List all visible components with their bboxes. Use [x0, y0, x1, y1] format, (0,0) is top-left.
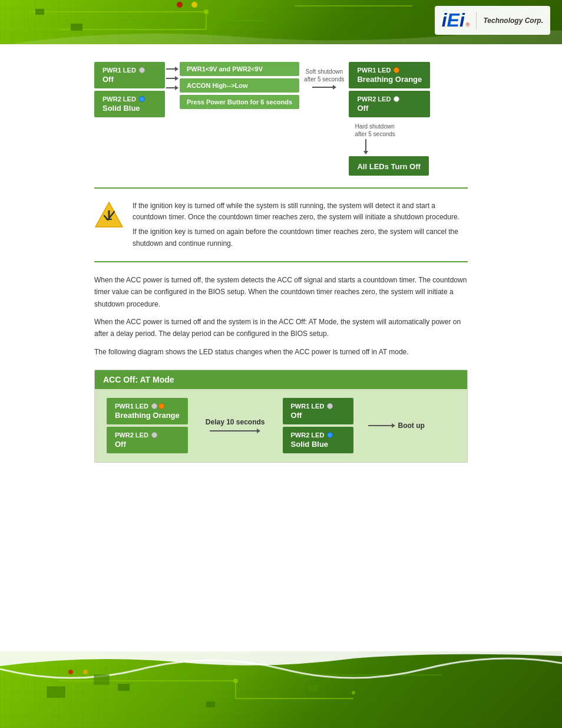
pwr1-dot-left — [139, 67, 145, 73]
svg-point-20 — [352, 691, 355, 694]
svg-rect-17 — [118, 684, 130, 691]
acc-pwr2-left-value: Off — [115, 440, 180, 449]
boot-up-section: Boot up — [368, 421, 425, 430]
svg-rect-23 — [306, 684, 319, 692]
svg-point-3 — [204, 9, 209, 14]
acc-pwr1-dot1 — [151, 403, 157, 409]
logo-technology: Technology Corp. — [483, 17, 543, 25]
acc-left-stack: PWR1 LED Breathing Orange PWR2 LED Off — [107, 398, 188, 453]
body-para1: When the ACC power is turned off, the sy… — [94, 274, 468, 310]
hard-shutdown-line2: after 5 seconds — [355, 131, 395, 137]
warning-section: If the ignition key is turned off while … — [94, 200, 468, 249]
pwr1-value-right: Breathing Orange — [357, 75, 422, 84]
all-leds-label: All LEDs Turn Off — [357, 162, 420, 171]
soft-shutdown-section: Soft shutdown after 5 seconds — [304, 62, 344, 90]
conditions-block: PWR1<9V and PWR2<9V ACCON High-->Low Pre… — [180, 62, 299, 109]
divider-top — [94, 187, 468, 189]
pwr1-value-left: Off — [103, 75, 157, 84]
svg-rect-18 — [206, 701, 215, 707]
delay-label: Delay 10 seconds — [206, 418, 265, 426]
acc-pwr1-left-label: PWR1 LED — [115, 403, 148, 410]
acc-pwr1-left-value: Breathing Orange — [115, 411, 180, 420]
acc-pwr1-dot2 — [158, 403, 164, 409]
acc-pwr1-left: PWR1 LED Breathing Orange — [107, 398, 188, 424]
soft-shutdown-line1: Soft shutdown — [306, 68, 343, 75]
svg-point-16 — [233, 678, 238, 683]
delay-section: Delay 10 seconds — [206, 418, 265, 433]
right-led-stack: PWR1 LED Breathing Orange PWR2 LED Off H — [349, 62, 430, 176]
top-banner: iEi ® Technology Corp. — [0, 0, 562, 44]
warning-text: If the ignition key is turned off while … — [133, 200, 468, 249]
pwr2-label-right: PWR2 LED — [357, 95, 391, 103]
pwr2-dot-right — [394, 96, 399, 102]
acc-pwr2-right-value: Solid Blue — [291, 440, 345, 449]
svg-rect-6 — [35, 9, 44, 15]
acc-right-stack: PWR1 LED Off PWR2 LED Solid Blue — [283, 398, 353, 453]
svg-point-8 — [177, 2, 183, 8]
acc-pwr2-right: PWR2 LED Solid Blue — [283, 427, 353, 453]
warning-para1: If the ignition key is turned off while … — [133, 200, 468, 223]
svg-point-9 — [191, 2, 197, 8]
acc-pwr2-left: PWR2 LED Off — [107, 427, 188, 453]
arrow3 — [166, 85, 178, 90]
pwr1-label-left: PWR1 LED — [103, 67, 136, 74]
condition-1: PWR1<9V and PWR2<9V — [180, 62, 299, 76]
pwr2-value-left: Solid Blue — [103, 104, 157, 113]
hard-shutdown-line1: Hard shutdown — [355, 123, 394, 130]
svg-point-25 — [83, 670, 88, 674]
pwr1-led-box-right: PWR1 LED Breathing Orange — [349, 62, 430, 88]
boot-up-label: Boot up — [398, 421, 425, 430]
page-content: PWR1 LED Off PWR2 LED Solid Blue — [0, 44, 562, 669]
bottom-banner — [0, 651, 562, 728]
acc-pwr2-right-dot — [327, 432, 333, 438]
left-arrows — [165, 62, 180, 95]
svg-rect-21 — [47, 687, 65, 697]
acc-pwr2-left-label: PWR2 LED — [115, 431, 148, 439]
logo-iei: iEi — [442, 9, 465, 31]
arrow1 — [166, 67, 178, 71]
soft-shutdown-line2: after 5 seconds — [304, 76, 344, 83]
left-led-stack: PWR1 LED Off PWR2 LED Solid Blue — [94, 62, 165, 117]
main-content: PWR1 LED Off PWR2 LED Solid Blue — [0, 44, 562, 475]
warning-icon — [94, 200, 124, 230]
acc-pwr1-right-label: PWR1 LED — [291, 403, 325, 410]
pwr2-led-box-right: PWR2 LED Off — [349, 91, 430, 117]
acc-pwr2-dot — [151, 432, 157, 438]
svg-rect-22 — [94, 675, 109, 684]
soft-shutdown-arrow — [312, 85, 336, 90]
divider-bottom — [94, 261, 468, 262]
hard-shutdown-section: Hard shutdown after 5 seconds All LEDs T… — [349, 123, 430, 176]
acc-off-header: ACC Off: AT Mode — [95, 370, 467, 389]
svg-point-24 — [68, 670, 73, 674]
all-leds-box: All LEDs Turn Off — [349, 156, 428, 176]
acc-pwr1-right-value: Off — [291, 411, 345, 420]
logo-area: iEi ® Technology Corp. — [435, 6, 550, 35]
hard-shutdown-arrow — [363, 139, 368, 154]
pwr1-dot-right — [394, 67, 399, 73]
pwr1-label-right: PWR1 LED — [357, 67, 391, 74]
body-para2: When the ACC power is turned off and the… — [94, 316, 468, 340]
svg-rect-7 — [71, 24, 82, 31]
top-diagram: PWR1 LED Off PWR2 LED Solid Blue — [94, 62, 468, 176]
pwr2-value-right: Off — [357, 104, 422, 113]
body-para3: The following diagram shows the LED stat… — [94, 346, 468, 358]
condition-3: Press Power Button for 6 seconds — [180, 95, 299, 109]
delay-arrow — [210, 429, 260, 433]
acc-pwr1-right-dot — [327, 403, 333, 409]
pwr2-led-box-left: PWR2 LED Solid Blue — [94, 91, 165, 117]
acc-pwr2-right-label: PWR2 LED — [291, 431, 325, 439]
logo-registered: ® — [466, 22, 470, 28]
acc-off-section: ACC Off: AT Mode PWR1 LED Breathing Oran… — [94, 370, 468, 463]
boot-up-arrow — [368, 423, 395, 428]
condition-2: ACCON High-->Low — [180, 78, 299, 93]
arrow2 — [166, 76, 178, 81]
pwr1-led-box-left: PWR1 LED Off — [94, 62, 165, 88]
acc-off-content: PWR1 LED Breathing Orange PWR2 LED Off — [95, 389, 467, 462]
acc-pwr1-right: PWR1 LED Off — [283, 398, 353, 424]
pwr2-dot-left — [139, 96, 145, 102]
pwr2-label-left: PWR2 LED — [103, 95, 136, 103]
warning-para2: If the ignition key is turned on again b… — [133, 226, 468, 249]
